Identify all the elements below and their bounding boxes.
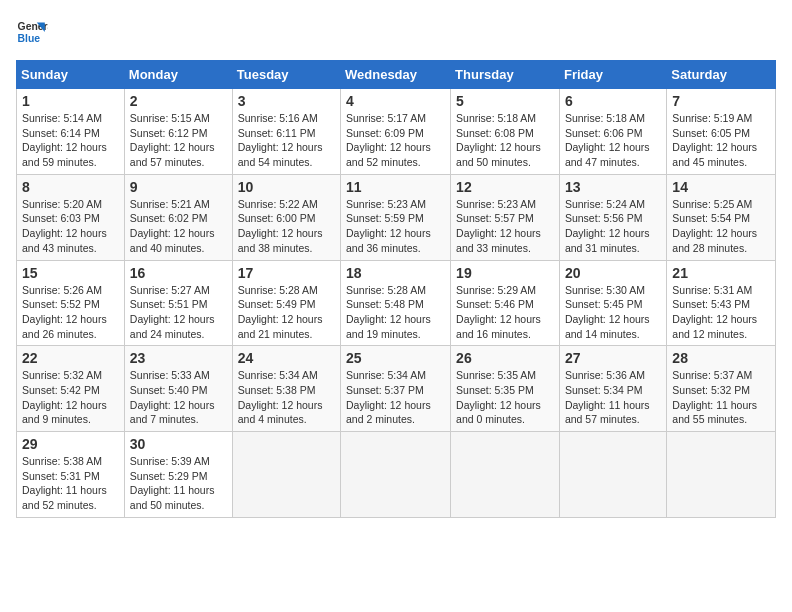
day-number: 5 — [456, 93, 554, 109]
day-number: 18 — [346, 265, 445, 281]
day-number: 4 — [346, 93, 445, 109]
day-info: Sunrise: 5:31 AMSunset: 5:43 PMDaylight:… — [672, 283, 770, 342]
day-info: Sunrise: 5:18 AMSunset: 6:06 PMDaylight:… — [565, 111, 661, 170]
day-number: 28 — [672, 350, 770, 366]
calendar-cell: 11Sunrise: 5:23 AMSunset: 5:59 PMDayligh… — [341, 174, 451, 260]
day-number: 21 — [672, 265, 770, 281]
calendar-cell — [667, 432, 776, 518]
day-number: 9 — [130, 179, 227, 195]
calendar-cell: 26Sunrise: 5:35 AMSunset: 5:35 PMDayligh… — [451, 346, 560, 432]
calendar-cell: 3Sunrise: 5:16 AMSunset: 6:11 PMDaylight… — [232, 89, 340, 175]
calendar-cell: 23Sunrise: 5:33 AMSunset: 5:40 PMDayligh… — [124, 346, 232, 432]
calendar-week-row: 1Sunrise: 5:14 AMSunset: 6:14 PMDaylight… — [17, 89, 776, 175]
day-info: Sunrise: 5:38 AMSunset: 5:31 PMDaylight:… — [22, 454, 119, 513]
day-info: Sunrise: 5:22 AMSunset: 6:00 PMDaylight:… — [238, 197, 335, 256]
day-number: 15 — [22, 265, 119, 281]
day-info: Sunrise: 5:28 AMSunset: 5:48 PMDaylight:… — [346, 283, 445, 342]
day-number: 12 — [456, 179, 554, 195]
day-number: 10 — [238, 179, 335, 195]
calendar-week-row: 22Sunrise: 5:32 AMSunset: 5:42 PMDayligh… — [17, 346, 776, 432]
day-number: 2 — [130, 93, 227, 109]
day-info: Sunrise: 5:39 AMSunset: 5:29 PMDaylight:… — [130, 454, 227, 513]
calendar-cell: 28Sunrise: 5:37 AMSunset: 5:32 PMDayligh… — [667, 346, 776, 432]
header-tuesday: Tuesday — [232, 61, 340, 89]
calendar-week-row: 8Sunrise: 5:20 AMSunset: 6:03 PMDaylight… — [17, 174, 776, 260]
calendar-table: SundayMondayTuesdayWednesdayThursdayFrid… — [16, 60, 776, 518]
day-info: Sunrise: 5:26 AMSunset: 5:52 PMDaylight:… — [22, 283, 119, 342]
day-info: Sunrise: 5:24 AMSunset: 5:56 PMDaylight:… — [565, 197, 661, 256]
day-number: 22 — [22, 350, 119, 366]
day-info: Sunrise: 5:27 AMSunset: 5:51 PMDaylight:… — [130, 283, 227, 342]
calendar-cell: 19Sunrise: 5:29 AMSunset: 5:46 PMDayligh… — [451, 260, 560, 346]
calendar-cell: 21Sunrise: 5:31 AMSunset: 5:43 PMDayligh… — [667, 260, 776, 346]
day-number: 13 — [565, 179, 661, 195]
day-number: 11 — [346, 179, 445, 195]
day-number: 3 — [238, 93, 335, 109]
day-number: 20 — [565, 265, 661, 281]
calendar-body: 1Sunrise: 5:14 AMSunset: 6:14 PMDaylight… — [17, 89, 776, 518]
day-info: Sunrise: 5:25 AMSunset: 5:54 PMDaylight:… — [672, 197, 770, 256]
calendar-cell: 4Sunrise: 5:17 AMSunset: 6:09 PMDaylight… — [341, 89, 451, 175]
day-number: 29 — [22, 436, 119, 452]
calendar-week-row: 29Sunrise: 5:38 AMSunset: 5:31 PMDayligh… — [17, 432, 776, 518]
calendar-cell: 12Sunrise: 5:23 AMSunset: 5:57 PMDayligh… — [451, 174, 560, 260]
header-monday: Monday — [124, 61, 232, 89]
day-info: Sunrise: 5:34 AMSunset: 5:37 PMDaylight:… — [346, 368, 445, 427]
day-number: 14 — [672, 179, 770, 195]
day-info: Sunrise: 5:16 AMSunset: 6:11 PMDaylight:… — [238, 111, 335, 170]
calendar-cell: 27Sunrise: 5:36 AMSunset: 5:34 PMDayligh… — [559, 346, 666, 432]
calendar-cell — [559, 432, 666, 518]
day-info: Sunrise: 5:34 AMSunset: 5:38 PMDaylight:… — [238, 368, 335, 427]
day-number: 26 — [456, 350, 554, 366]
header-thursday: Thursday — [451, 61, 560, 89]
calendar-cell: 14Sunrise: 5:25 AMSunset: 5:54 PMDayligh… — [667, 174, 776, 260]
day-number: 7 — [672, 93, 770, 109]
calendar-cell: 15Sunrise: 5:26 AMSunset: 5:52 PMDayligh… — [17, 260, 125, 346]
calendar-cell: 10Sunrise: 5:22 AMSunset: 6:00 PMDayligh… — [232, 174, 340, 260]
calendar-cell: 25Sunrise: 5:34 AMSunset: 5:37 PMDayligh… — [341, 346, 451, 432]
calendar-cell: 22Sunrise: 5:32 AMSunset: 5:42 PMDayligh… — [17, 346, 125, 432]
day-number: 25 — [346, 350, 445, 366]
day-info: Sunrise: 5:37 AMSunset: 5:32 PMDaylight:… — [672, 368, 770, 427]
header-wednesday: Wednesday — [341, 61, 451, 89]
day-number: 24 — [238, 350, 335, 366]
calendar-cell: 9Sunrise: 5:21 AMSunset: 6:02 PMDaylight… — [124, 174, 232, 260]
day-info: Sunrise: 5:23 AMSunset: 5:57 PMDaylight:… — [456, 197, 554, 256]
calendar-cell: 20Sunrise: 5:30 AMSunset: 5:45 PMDayligh… — [559, 260, 666, 346]
logo: General Blue — [16, 16, 48, 48]
calendar-cell — [451, 432, 560, 518]
day-info: Sunrise: 5:28 AMSunset: 5:49 PMDaylight:… — [238, 283, 335, 342]
header-friday: Friday — [559, 61, 666, 89]
day-number: 1 — [22, 93, 119, 109]
calendar-header-row: SundayMondayTuesdayWednesdayThursdayFrid… — [17, 61, 776, 89]
calendar-cell: 24Sunrise: 5:34 AMSunset: 5:38 PMDayligh… — [232, 346, 340, 432]
header-sunday: Sunday — [17, 61, 125, 89]
day-info: Sunrise: 5:30 AMSunset: 5:45 PMDaylight:… — [565, 283, 661, 342]
calendar-cell: 2Sunrise: 5:15 AMSunset: 6:12 PMDaylight… — [124, 89, 232, 175]
day-info: Sunrise: 5:18 AMSunset: 6:08 PMDaylight:… — [456, 111, 554, 170]
header-saturday: Saturday — [667, 61, 776, 89]
calendar-cell: 18Sunrise: 5:28 AMSunset: 5:48 PMDayligh… — [341, 260, 451, 346]
page-header: General Blue — [16, 16, 776, 48]
day-info: Sunrise: 5:33 AMSunset: 5:40 PMDaylight:… — [130, 368, 227, 427]
logo-icon: General Blue — [16, 16, 48, 48]
calendar-cell: 13Sunrise: 5:24 AMSunset: 5:56 PMDayligh… — [559, 174, 666, 260]
day-info: Sunrise: 5:20 AMSunset: 6:03 PMDaylight:… — [22, 197, 119, 256]
day-info: Sunrise: 5:29 AMSunset: 5:46 PMDaylight:… — [456, 283, 554, 342]
day-info: Sunrise: 5:19 AMSunset: 6:05 PMDaylight:… — [672, 111, 770, 170]
day-info: Sunrise: 5:17 AMSunset: 6:09 PMDaylight:… — [346, 111, 445, 170]
calendar-cell: 6Sunrise: 5:18 AMSunset: 6:06 PMDaylight… — [559, 89, 666, 175]
day-number: 8 — [22, 179, 119, 195]
calendar-week-row: 15Sunrise: 5:26 AMSunset: 5:52 PMDayligh… — [17, 260, 776, 346]
day-number: 27 — [565, 350, 661, 366]
calendar-cell — [232, 432, 340, 518]
day-info: Sunrise: 5:21 AMSunset: 6:02 PMDaylight:… — [130, 197, 227, 256]
calendar-cell: 8Sunrise: 5:20 AMSunset: 6:03 PMDaylight… — [17, 174, 125, 260]
calendar-cell: 1Sunrise: 5:14 AMSunset: 6:14 PMDaylight… — [17, 89, 125, 175]
calendar-cell: 5Sunrise: 5:18 AMSunset: 6:08 PMDaylight… — [451, 89, 560, 175]
svg-text:Blue: Blue — [18, 33, 41, 44]
day-info: Sunrise: 5:14 AMSunset: 6:14 PMDaylight:… — [22, 111, 119, 170]
calendar-cell: 29Sunrise: 5:38 AMSunset: 5:31 PMDayligh… — [17, 432, 125, 518]
calendar-cell: 7Sunrise: 5:19 AMSunset: 6:05 PMDaylight… — [667, 89, 776, 175]
day-info: Sunrise: 5:32 AMSunset: 5:42 PMDaylight:… — [22, 368, 119, 427]
